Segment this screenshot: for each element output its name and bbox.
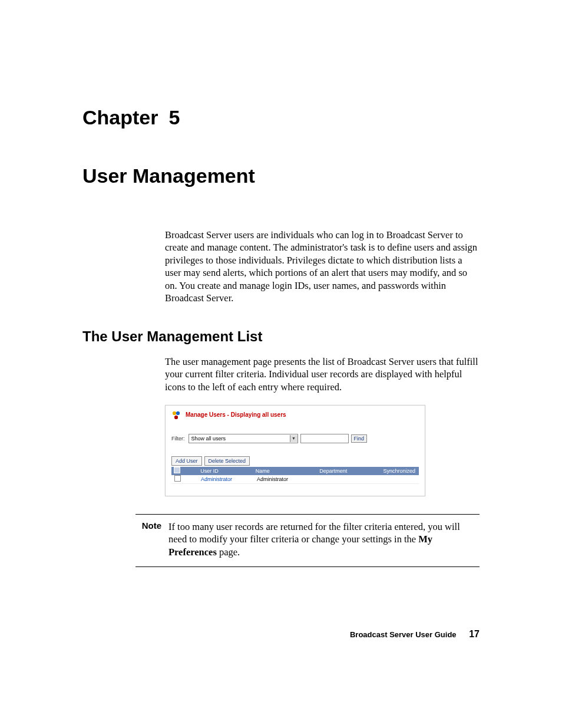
note-text-before: If too many user records are returned fo… [168,521,460,545]
search-input[interactable] [300,434,349,443]
footer-guide: Broadcast Server User Guide [350,630,457,639]
chapter-title: User Management [82,164,480,187]
intro-paragraph: Broadcast Server users are individuals w… [165,229,480,305]
note-text-after: page. [217,546,240,558]
filter-select[interactable]: Show all users ▼ [189,434,298,443]
chapter-line: Chapter5 [82,106,480,129]
row-checkbox[interactable] [174,475,181,482]
col-department[interactable]: Department [319,468,383,474]
table-row: Administrator Administrator [171,475,419,484]
row-userid-link[interactable]: Administrator [201,476,257,482]
note-block: Note If too many user records are return… [135,514,480,567]
col-synchronized[interactable]: Synchronized [383,468,419,474]
section-heading: The User Management List [82,328,480,345]
add-user-button[interactable]: Add User [171,456,202,466]
delete-selected-button[interactable]: Delete Selected [204,456,250,466]
col-name[interactable]: Name [256,468,319,474]
filter-label: Filter: [171,436,185,442]
note-text: If too many user records are returned fo… [168,521,480,558]
filter-select-value: Show all users [191,436,226,442]
chapter-number: 5 [168,106,180,129]
col-userid[interactable]: User ID [200,468,256,474]
figure-title: Manage Users - Displaying all users [186,411,286,418]
users-icon [171,410,181,420]
chevron-down-icon: ▼ [290,435,297,442]
section-paragraph: The user management page presents the li… [165,355,480,393]
find-button[interactable]: Find [351,434,368,443]
chapter-label: Chapter [82,106,158,129]
note-label: Note [135,521,161,531]
row-name: Administrator [257,476,322,482]
select-all-checkbox[interactable] [174,467,180,473]
page-footer: Broadcast Server User Guide 17 [350,629,480,640]
manage-users-figure: Manage Users - Displaying all users Filt… [165,405,425,496]
page-number: 17 [469,629,480,639]
table-header: User ID Name Department Synchronized [171,467,419,475]
